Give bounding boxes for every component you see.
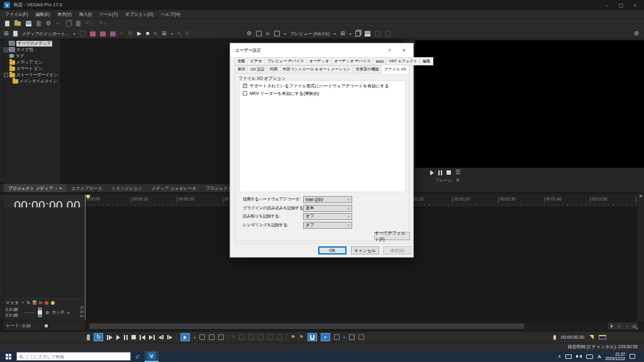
go-to-end-button[interactable] bbox=[149, 335, 155, 340]
chevron-down-icon[interactable]: ▾ bbox=[171, 31, 173, 36]
master-fader-handle[interactable] bbox=[37, 307, 43, 318]
checkbox-unchecked[interactable] bbox=[243, 91, 247, 96]
network-icon[interactable] bbox=[565, 354, 572, 359]
hardware-decode-option[interactable]: ✓ サポートされているファイル形式にハードウェアデコードを有効にする bbox=[243, 83, 405, 89]
pause-icon[interactable] bbox=[438, 170, 442, 175]
tab-project-media[interactable]: プロジェクト メディア ▫ × bbox=[4, 184, 67, 192]
overlays-grid-icon[interactable]: ⊞ bbox=[340, 31, 345, 36]
apply-button[interactable]: 適用(A) bbox=[383, 246, 411, 255]
tab-audio[interactable]: オーディオ bbox=[306, 57, 332, 65]
tree-item-all-media[interactable]: すべてのメディア bbox=[4, 40, 59, 47]
play-button[interactable] bbox=[116, 335, 120, 340]
cancel-button[interactable]: キャンセル bbox=[351, 246, 379, 255]
quantize-frames-icon[interactable] bbox=[349, 334, 355, 340]
taskbar-search[interactable] bbox=[16, 352, 131, 361]
chevron-down-icon[interactable]: ▾ bbox=[349, 31, 351, 36]
render-log-select[interactable]: オフ˅ bbox=[303, 222, 352, 229]
mkv-reader-option[interactable]: MKV リーダーを有効にする(実験的) bbox=[243, 90, 405, 96]
refresh-icon[interactable]: ↻ bbox=[185, 31, 190, 36]
save-project-icon[interactable] bbox=[26, 21, 31, 26]
expand-plus-icon[interactable]: + bbox=[4, 48, 8, 52]
record-mic-icon[interactable] bbox=[87, 334, 90, 340]
tree-item-tags[interactable]: タグ bbox=[4, 53, 59, 59]
tab-cd-settings[interactable]: CD 設定 bbox=[247, 65, 267, 74]
chevron-down-icon[interactable]: ▾ bbox=[334, 31, 336, 36]
close-button[interactable]: × bbox=[633, 3, 636, 8]
tree-item-media-bin[interactable]: メディア ビン bbox=[4, 59, 59, 65]
trim-start-icon[interactable] bbox=[239, 334, 245, 340]
auto-ripple-button[interactable]: × bbox=[321, 333, 330, 341]
envelope-lock-icon[interactable] bbox=[334, 334, 340, 340]
tab-external-control[interactable]: 外部コントロール & オートメーション bbox=[280, 65, 353, 74]
menu-edit[interactable]: 編集(E) bbox=[36, 11, 50, 18]
ok-button[interactable]: OK bbox=[318, 246, 347, 255]
zoom-edit-tool-icon[interactable] bbox=[218, 334, 224, 340]
external-monitor-icon[interactable] bbox=[256, 31, 262, 36]
preview-quality-dropdown[interactable]: プレビュー (4分の1) bbox=[291, 31, 330, 37]
marker-tool-icon[interactable] bbox=[553, 335, 556, 340]
trim-end-icon[interactable] bbox=[248, 334, 254, 340]
video-output-icon[interactable] bbox=[274, 31, 280, 36]
hardware-decoder-select[interactable]: Intel QSV˅ bbox=[303, 196, 352, 203]
chevron-down-icon[interactable]: ▾ bbox=[343, 335, 345, 339]
go-to-start-button[interactable] bbox=[140, 335, 145, 340]
touch-keyboard-icon[interactable] bbox=[586, 354, 593, 359]
plugin-load-log-select[interactable]: 基本˅ bbox=[303, 205, 352, 212]
new-project-icon[interactable] bbox=[5, 21, 9, 26]
stop-button[interactable] bbox=[131, 335, 136, 339]
dialog-close-icon[interactable]: × bbox=[402, 47, 406, 53]
scrollbar-thumb[interactable] bbox=[90, 324, 524, 329]
dialog-help-icon[interactable]: ? bbox=[388, 48, 391, 53]
tree-item-storyboard-bin[interactable]: −ストーリーボードビン bbox=[4, 72, 59, 78]
snap-toggle-button[interactable] bbox=[308, 333, 317, 341]
play-from-start-button[interactable] bbox=[107, 335, 113, 340]
compare-icon[interactable] bbox=[385, 31, 391, 36]
import-media-button[interactable]: メディアのインポート... bbox=[22, 31, 69, 37]
previous-frame-button[interactable] bbox=[158, 335, 164, 339]
menu-insert[interactable]: 挿入(I) bbox=[79, 11, 92, 18]
dialog-title-bar[interactable]: ユーザー設定 ? × bbox=[230, 43, 413, 57]
zoom-in-icon[interactable]: + bbox=[616, 323, 623, 329]
tree-item-by-type[interactable]: +タイプ別 bbox=[4, 47, 59, 53]
preview-start-icon[interactable]: ▶ bbox=[137, 31, 142, 36]
rate-slider-handle[interactable] bbox=[44, 324, 48, 328]
undo-button[interactable]: ↶▾ bbox=[86, 21, 94, 26]
taskbar-item-vegas[interactable]: V bbox=[145, 351, 158, 362]
views-grid-icon[interactable]: ⊞ bbox=[4, 31, 9, 36]
marker-tool-flag-icon[interactable]: ⚑ bbox=[639, 194, 643, 199]
chevron-down-icon[interactable]: ▾ bbox=[194, 335, 196, 339]
paste-icon[interactable] bbox=[76, 21, 80, 26]
selection-tool-icon[interactable] bbox=[209, 334, 214, 340]
media-properties-gear-icon[interactable]: ⚙ bbox=[128, 31, 133, 36]
loop-region-icon[interactable] bbox=[599, 335, 606, 339]
fade-in-icon[interactable] bbox=[258, 334, 264, 340]
envelope-tool-icon[interactable] bbox=[199, 334, 205, 340]
fade-out-icon[interactable] bbox=[267, 334, 273, 340]
clock[interactable]: 21:37 2019/12/12 bbox=[605, 352, 625, 361]
tab-sync[interactable]: 同期 bbox=[267, 65, 280, 74]
tab-deprecated-features[interactable]: 非推奨の機能 bbox=[353, 65, 382, 74]
timeline-cursor[interactable] bbox=[85, 194, 86, 320]
import-media-icon[interactable] bbox=[13, 31, 18, 36]
collapse-minus-icon[interactable]: − bbox=[4, 73, 8, 77]
automation-gear-icon[interactable]: ⚙ bbox=[45, 310, 49, 315]
redo-button[interactable]: ↷▾ bbox=[98, 21, 106, 26]
start-button[interactable] bbox=[0, 351, 16, 362]
tab-file-io[interactable]: ファイル I/O bbox=[381, 65, 409, 74]
volume-icon[interactable] bbox=[576, 354, 582, 358]
zoom-out-icon[interactable]: − bbox=[623, 323, 630, 329]
play-icon[interactable] bbox=[430, 170, 434, 175]
dock-gear-icon[interactable]: ⚙ bbox=[634, 31, 639, 36]
tab-explorer[interactable]: エクスプローラ bbox=[67, 184, 107, 192]
cursor-position-value[interactable]: 00:00:00.00 bbox=[561, 335, 584, 339]
search-media-icon[interactable] bbox=[177, 32, 180, 35]
insert-region-flags-icon[interactable]: ⚑ bbox=[299, 334, 303, 340]
panel-grab-handle[interactable] bbox=[0, 195, 3, 319]
menu-help[interactable]: ヘルプ(H) bbox=[161, 11, 180, 18]
menu-file[interactable]: ファイル(F) bbox=[5, 11, 28, 18]
tab-preview-device[interactable]: プレビュー デバイス bbox=[264, 57, 307, 65]
copy-snapshot-icon[interactable] bbox=[355, 31, 360, 36]
minimize-button[interactable]: – bbox=[606, 3, 608, 8]
panel-grab-handle[interactable] bbox=[0, 41, 3, 182]
menu-view[interactable]: 表示(V) bbox=[57, 11, 72, 18]
